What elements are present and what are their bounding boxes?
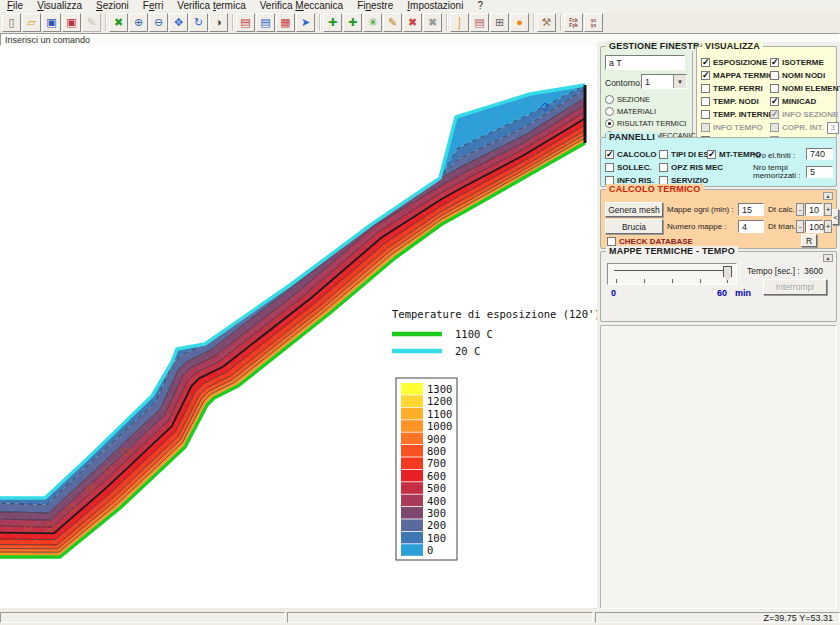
menu-item-visualizza[interactable]: Visualizza xyxy=(30,0,89,12)
menu-item-ferri[interactable]: Ferri xyxy=(136,0,171,12)
slider-thumb[interactable] xyxy=(723,266,732,281)
finestra-name-input[interactable]: a T xyxy=(605,55,685,70)
check-calcolo-t[interactable]: CALCOLO T. xyxy=(605,148,665,161)
radio-icon[interactable] xyxy=(605,107,614,116)
checkbox-icon[interactable] xyxy=(605,150,614,159)
brucia-button[interactable]: Brucia xyxy=(605,219,663,234)
save-report-icon[interactable]: ▣ xyxy=(62,13,81,32)
results-panel-icon[interactable]: ➤ xyxy=(296,13,315,32)
delete-rebar-icon[interactable]: ✖ xyxy=(403,13,422,32)
check-info-sezione[interactable]: INFO SEZIONE xyxy=(770,108,840,121)
mappe-ogni-input[interactable]: 15 xyxy=(738,203,764,216)
edit-rebar-icon[interactable]: ✎ xyxy=(383,13,402,32)
checkbox-icon[interactable] xyxy=(701,97,710,106)
svg-text:0: 0 xyxy=(427,544,433,556)
menu-item-[interactable]: ? xyxy=(470,0,490,12)
checkbox-icon[interactable] xyxy=(770,97,779,106)
genera-mesh-button[interactable]: Genera mesh xyxy=(605,202,663,217)
panel-scroll-up-icon[interactable]: ▲ xyxy=(823,192,833,200)
drawing-canvas[interactable]: Temperature di esposizione (120'):1100 C… xyxy=(0,46,597,608)
menu-item-file[interactable]: File xyxy=(0,0,30,12)
delete-all-rebar-icon[interactable]: ✖ xyxy=(423,13,442,32)
checkbox-icon[interactable] xyxy=(701,110,710,119)
check-isoterme[interactable]: ISOTERME xyxy=(770,56,840,69)
checkbox-icon[interactable] xyxy=(701,84,710,93)
new-drawing-icon[interactable]: ▯ xyxy=(2,13,21,32)
check-temp-ferri[interactable]: TEMP. FERRI xyxy=(701,82,780,95)
dt-calc-minus-button[interactable]: - xyxy=(796,203,804,216)
pan-icon[interactable]: ✥ xyxy=(169,13,188,32)
checkbox-icon[interactable] xyxy=(770,71,779,80)
checkbox-icon[interactable] xyxy=(770,123,779,132)
zoom-out-icon[interactable]: ⊖ xyxy=(149,13,168,32)
radio-icon[interactable] xyxy=(605,119,614,128)
checkbox-icon[interactable] xyxy=(770,58,779,67)
check-info-tempo[interactable]: INFO TEMPO xyxy=(701,121,780,134)
checkbox-icon[interactable] xyxy=(701,58,710,67)
r-button[interactable]: R xyxy=(801,234,817,247)
check-copr-int[interactable]: COPR. INT.3 xyxy=(770,121,840,134)
time-slider[interactable] xyxy=(607,263,737,285)
map-panel-icon[interactable]: ▦ xyxy=(276,13,295,32)
check-opz-ris-mec[interactable]: OPZ RIS MEC xyxy=(659,161,723,174)
contorno-dropdown[interactable]: 1 ▼ xyxy=(641,74,687,89)
check-nomi-elementi[interactable]: NOMI ELEMENTI xyxy=(770,82,840,95)
menu-item-impostazioni[interactable]: Impostazioni xyxy=(400,0,470,12)
copr-int-value[interactable]: 3 xyxy=(827,122,839,134)
zoom-in-icon[interactable]: ⊕ xyxy=(129,13,148,32)
add-rebar-icon[interactable]: ✚ xyxy=(323,13,342,32)
radio-risultati-termici[interactable]: RISULTATI TERMICI xyxy=(605,117,690,129)
delete-entities-icon[interactable]: ✖ xyxy=(109,13,128,32)
check-mappa-termica[interactable]: MAPPA TERMICA xyxy=(701,69,780,82)
radio-sezione[interactable]: SEZIONE xyxy=(605,93,690,105)
menu-item-verifica-termica[interactable]: Verifica termica xyxy=(170,0,252,12)
check-database-box[interactable] xyxy=(607,237,616,246)
burn-drop-icon[interactable]: ● xyxy=(510,13,529,32)
mesh-panel-icon[interactable]: ▤ xyxy=(236,13,255,32)
dt-calc-plus-button[interactable]: + xyxy=(824,203,832,216)
no-burn-icon[interactable]: ⚒ xyxy=(537,13,556,32)
checkbox-icon[interactable] xyxy=(701,71,710,80)
checkbox-icon[interactable] xyxy=(770,84,779,93)
check-esposizione[interactable]: ESPOSIZIONE xyxy=(701,56,780,69)
checkbox-icon[interactable] xyxy=(770,110,779,119)
regen-icon[interactable]: ↻ xyxy=(189,13,208,32)
menu-item-sezioni[interactable]: Sezioni xyxy=(89,0,136,12)
visualizza-title: VISUALIZZA xyxy=(702,41,763,51)
checkbox-icon[interactable] xyxy=(707,150,716,159)
edit-table-icon[interactable]: ▤ xyxy=(470,13,489,32)
dt-trian-plus-button[interactable]: + xyxy=(824,220,832,233)
numero-mappe-input[interactable]: 4 xyxy=(738,220,764,233)
data-table-icon[interactable]: ⊞ xyxy=(490,13,509,32)
menu-item-finestre[interactable]: Finestre xyxy=(350,0,400,12)
checkbox-icon[interactable] xyxy=(659,163,668,172)
radio-icon[interactable] xyxy=(605,95,614,104)
check-sollec[interactable]: SOLLEC. xyxy=(605,161,665,174)
panel-scroll-up-icon[interactable]: ▲ xyxy=(823,254,833,262)
material-safety-icon[interactable]: γcγs xyxy=(584,13,603,32)
check-temp-interne[interactable]: TEMP. INTERNE xyxy=(701,108,780,121)
check-temp-nodi[interactable]: TEMP. NODI xyxy=(701,95,780,108)
temp-panel-icon[interactable]: ▤ xyxy=(256,13,275,32)
check-minicad[interactable]: MINICAD xyxy=(770,95,840,108)
checkbox-icon[interactable] xyxy=(659,150,668,159)
checkbox-icon[interactable] xyxy=(701,123,710,132)
check-nomi-nodi[interactable]: NOMI NODI xyxy=(770,69,840,82)
thermal-tool-icon[interactable]: ⌡ xyxy=(450,13,469,32)
dt-trian-minus-button[interactable]: - xyxy=(796,220,804,233)
menu-item-verifica-meccanica[interactable]: Verifica Meccanica xyxy=(253,0,350,12)
open-file-icon[interactable]: ▱ xyxy=(22,13,41,32)
save-file-icon[interactable]: ▣ xyxy=(42,13,61,32)
dt-trian-value[interactable]: 100 xyxy=(805,220,823,233)
add-rebar-group-icon[interactable]: ✚ xyxy=(343,13,362,32)
interrompi-button[interactable]: Interrompi xyxy=(763,279,827,295)
dt-calc-value[interactable]: 10 xyxy=(805,203,823,216)
dt-side-button[interactable]: < xyxy=(832,209,839,225)
edit-drawing-icon[interactable]: ✎ xyxy=(82,13,101,32)
material-strength-icon[interactable]: FckFyk xyxy=(564,13,583,32)
checkbox-icon[interactable] xyxy=(605,163,614,172)
radio-materiali[interactable]: MATERIALI xyxy=(605,105,690,117)
chevron-down-icon[interactable]: ▼ xyxy=(673,75,686,88)
shade-icon[interactable]: ◑ xyxy=(209,13,228,32)
add-rebar-star-icon[interactable]: ✳ xyxy=(363,13,382,32)
